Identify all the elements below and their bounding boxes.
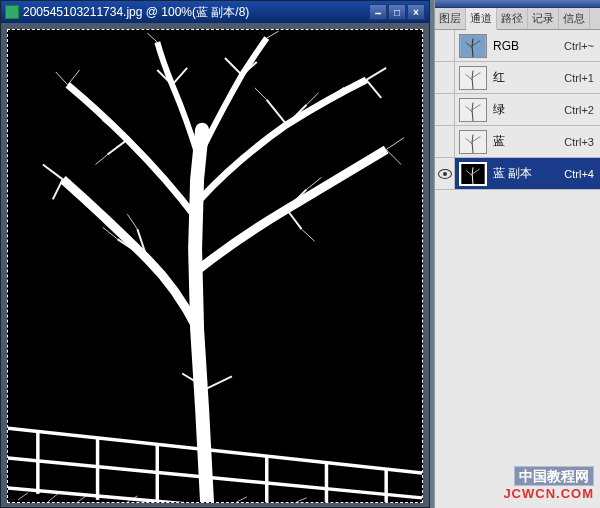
channel-row-rgb[interactable]: RGB Ctrl+~ — [435, 30, 600, 62]
channel-shortcut: Ctrl+1 — [564, 72, 600, 84]
close-button[interactable]: × — [407, 4, 425, 20]
channel-thumbnail — [459, 98, 487, 122]
visibility-toggle[interactable] — [435, 158, 455, 189]
channel-name: 蓝 副本 — [491, 165, 564, 182]
document-window: 200545103211734.jpg @ 100%(蓝 副本/8) ‒ □ × — [0, 0, 430, 508]
channel-name: RGB — [491, 39, 564, 53]
window-controls: ‒ □ × — [369, 4, 425, 20]
visibility-toggle[interactable] — [435, 62, 455, 93]
channel-list: RGB Ctrl+~ 红 Ctrl+1 绿 Ctrl+2 蓝 Ctrl — [435, 30, 600, 508]
maximize-button[interactable]: □ — [388, 4, 406, 20]
svg-rect-0 — [8, 30, 422, 502]
visibility-toggle[interactable] — [435, 30, 455, 61]
channel-name: 蓝 — [491, 133, 564, 150]
visibility-toggle[interactable] — [435, 94, 455, 125]
panel-tabs: 图层 通道 路径 记录 信息 — [435, 8, 600, 30]
channel-row-green[interactable]: 绿 Ctrl+2 — [435, 94, 600, 126]
channel-row-blue-copy[interactable]: 蓝 副本 Ctrl+4 — [435, 158, 600, 190]
channel-shortcut: Ctrl+2 — [564, 104, 600, 116]
channel-shortcut: Ctrl+~ — [564, 40, 600, 52]
channel-thumbnail — [459, 130, 487, 154]
titlebar[interactable]: 200545103211734.jpg @ 100%(蓝 副本/8) ‒ □ × — [1, 1, 429, 23]
minimize-button[interactable]: ‒ — [369, 4, 387, 20]
document-title: 200545103211734.jpg @ 100%(蓝 副本/8) — [23, 4, 249, 21]
channel-row-red[interactable]: 红 Ctrl+1 — [435, 62, 600, 94]
visibility-toggle[interactable] — [435, 126, 455, 157]
tab-history[interactable]: 记录 — [528, 8, 559, 29]
channels-panel: 图层 通道 路径 记录 信息 RGB Ctrl+~ 红 Ctrl+1 — [434, 0, 600, 508]
tree-image — [8, 30, 422, 502]
tab-layers[interactable]: 图层 — [435, 8, 466, 29]
channel-thumbnail — [459, 34, 487, 58]
eye-icon — [438, 169, 452, 179]
tab-paths[interactable]: 路径 — [497, 8, 528, 29]
channel-name: 红 — [491, 69, 564, 86]
panel-grip[interactable] — [435, 0, 600, 8]
channel-shortcut: Ctrl+4 — [564, 168, 600, 180]
channel-row-blue[interactable]: 蓝 Ctrl+3 — [435, 126, 600, 158]
channel-thumbnail — [459, 162, 487, 186]
tab-info[interactable]: 信息 — [559, 8, 590, 29]
channel-name: 绿 — [491, 101, 564, 118]
channel-thumbnail — [459, 66, 487, 90]
document-icon — [5, 5, 19, 19]
channel-shortcut: Ctrl+3 — [564, 136, 600, 148]
tab-channels[interactable]: 通道 — [466, 8, 497, 30]
canvas[interactable] — [7, 29, 423, 503]
